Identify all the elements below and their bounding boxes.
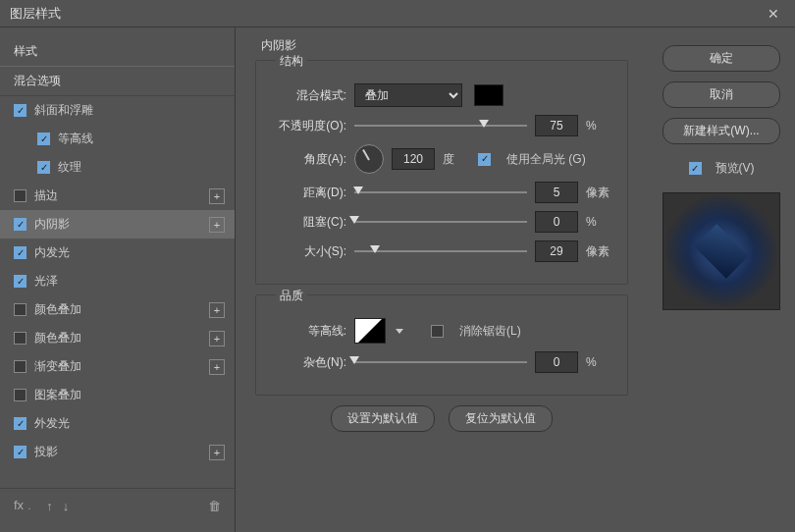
- preview-checkbox[interactable]: [689, 162, 702, 175]
- main: 样式 混合选项 斜面和浮雕等高线纹理描边+内阴影+内发光光泽颜色叠加+颜色叠加+…: [0, 27, 795, 532]
- effect-checkbox[interactable]: [14, 104, 26, 117]
- arrow-up-icon[interactable]: ↑: [46, 499, 53, 513]
- sidebar-item-4[interactable]: 内阴影+: [0, 210, 235, 239]
- distance-label: 距离(D):: [270, 185, 346, 201]
- sidebar-footer: fx﹒ ↑ ↓ 🗑: [0, 488, 235, 522]
- sidebar-item-0[interactable]: 斜面和浮雕: [0, 96, 235, 125]
- choke-slider[interactable]: [354, 215, 527, 229]
- row-choke: 阻塞(C): %: [270, 211, 613, 233]
- reset-default-button[interactable]: 复位为默认值: [449, 405, 553, 432]
- distance-slider[interactable]: [354, 186, 527, 199]
- contour-label: 等高线:: [270, 323, 346, 340]
- plus-icon[interactable]: +: [209, 331, 225, 346]
- choke-label: 阻塞(C):: [270, 214, 346, 231]
- sidebar-item-11[interactable]: 外发光: [0, 409, 235, 438]
- default-buttons: 设置为默认值 复位为默认值: [255, 405, 628, 432]
- sidebar-item-12[interactable]: 投影+: [0, 438, 235, 466]
- sidebar-item-6[interactable]: 光泽: [0, 267, 235, 295]
- row-size: 大小(S): 像素: [270, 240, 613, 262]
- row-blend-mode: 混合模式: 叠加: [270, 83, 613, 107]
- row-noise: 杂色(N): %: [270, 351, 613, 373]
- cancel-button[interactable]: 取消: [662, 81, 780, 108]
- effect-checkbox[interactable]: [14, 189, 26, 202]
- opacity-slider[interactable]: [354, 119, 527, 133]
- size-label: 大小(S):: [270, 243, 346, 260]
- arrow-down-icon[interactable]: ↓: [63, 499, 70, 513]
- angle-dial[interactable]: [354, 144, 384, 174]
- opacity-label: 不透明度(O):: [270, 118, 346, 134]
- size-slider[interactable]: [354, 244, 527, 258]
- fx-icon[interactable]: fx﹒: [14, 497, 36, 514]
- ok-button[interactable]: 确定: [662, 45, 780, 72]
- plus-icon[interactable]: +: [209, 445, 225, 460]
- sidebar-item-1[interactable]: 等高线: [0, 125, 235, 153]
- sidebar-item-3[interactable]: 描边+: [0, 182, 235, 210]
- sidebar-item-label: 斜面和浮雕: [34, 102, 93, 119]
- group-quality-label: 品质: [276, 288, 307, 304]
- effect-checkbox[interactable]: [14, 246, 26, 259]
- chevron-down-icon[interactable]: [396, 329, 403, 334]
- sidebar-list: 斜面和浮雕等高线纹理描边+内阴影+内发光光泽颜色叠加+颜色叠加+渐变叠加+图案叠…: [0, 96, 235, 488]
- sidebar: 样式 混合选项 斜面和浮雕等高线纹理描边+内阴影+内发光光泽颜色叠加+颜色叠加+…: [0, 27, 236, 532]
- close-icon[interactable]: ✕: [762, 2, 785, 26]
- plus-icon[interactable]: +: [209, 217, 225, 233]
- choke-input[interactable]: [535, 211, 578, 233]
- sidebar-item-label: 内发光: [34, 244, 70, 261]
- sidebar-item-5[interactable]: 内发光: [0, 239, 235, 267]
- global-light-checkbox[interactable]: [478, 153, 491, 166]
- effect-checkbox[interactable]: [14, 218, 26, 231]
- noise-label: 杂色(N):: [270, 354, 346, 371]
- effect-checkbox[interactable]: [14, 303, 26, 316]
- noise-slider[interactable]: [354, 355, 527, 369]
- sidebar-item-7[interactable]: 颜色叠加+: [0, 295, 235, 324]
- sidebar-header-styles[interactable]: 样式: [0, 37, 235, 66]
- sidebar-item-label: 纹理: [58, 159, 81, 176]
- effect-checkbox[interactable]: [14, 417, 26, 430]
- trash-icon[interactable]: 🗑: [208, 499, 221, 513]
- preview-toggle[interactable]: 预览(V): [689, 160, 755, 177]
- size-unit: 像素: [586, 243, 613, 260]
- preview-label: 预览(V): [716, 160, 755, 177]
- distance-input[interactable]: [535, 182, 578, 203]
- distance-unit: 像素: [586, 185, 613, 201]
- sidebar-item-2[interactable]: 纹理: [0, 153, 235, 182]
- plus-icon[interactable]: +: [209, 302, 225, 318]
- new-style-button[interactable]: 新建样式(W)...: [662, 118, 780, 144]
- effect-checkbox[interactable]: [14, 446, 26, 458]
- antialias-checkbox[interactable]: [431, 325, 444, 338]
- contour-picker[interactable]: [354, 318, 386, 344]
- sidebar-item-label: 描边: [34, 187, 58, 204]
- sidebar-item-label: 光泽: [34, 273, 58, 290]
- effect-checkbox[interactable]: [37, 161, 50, 174]
- blend-mode-select[interactable]: 叠加: [354, 83, 462, 107]
- effect-checkbox[interactable]: [14, 360, 26, 373]
- opacity-input[interactable]: [535, 115, 578, 136]
- group-structure: 结构 混合模式: 叠加 不透明度(O): % 角度(A):: [255, 60, 628, 285]
- row-angle: 角度(A): 度 使用全局光 (G): [270, 144, 613, 174]
- global-light-label: 使用全局光 (G): [506, 151, 586, 168]
- noise-unit: %: [586, 355, 613, 369]
- size-input[interactable]: [535, 240, 578, 262]
- effect-checkbox[interactable]: [14, 332, 26, 345]
- sidebar-item-10[interactable]: 图案叠加: [0, 381, 235, 409]
- sidebar-item-label: 渐变叠加: [34, 358, 81, 375]
- sidebar-item-label: 内阴影: [34, 216, 70, 233]
- make-default-button[interactable]: 设置为默认值: [331, 405, 435, 432]
- color-swatch[interactable]: [474, 84, 504, 106]
- opacity-unit: %: [586, 119, 613, 133]
- noise-input[interactable]: [535, 351, 578, 373]
- effect-checkbox[interactable]: [37, 133, 50, 145]
- angle-input[interactable]: [392, 148, 435, 170]
- window-title: 图层样式: [10, 5, 762, 23]
- sidebar-item-9[interactable]: 渐变叠加+: [0, 352, 235, 381]
- antialias-label: 消除锯齿(L): [459, 323, 521, 340]
- sidebar-item-label: 外发光: [34, 415, 70, 432]
- sidebar-item-8[interactable]: 颜色叠加+: [0, 324, 235, 352]
- effect-checkbox[interactable]: [14, 389, 26, 401]
- blend-mode-label: 混合模式:: [270, 87, 346, 104]
- plus-icon[interactable]: +: [209, 188, 225, 204]
- effect-checkbox[interactable]: [14, 275, 26, 288]
- plus-icon[interactable]: +: [209, 359, 225, 375]
- sidebar-blending-options[interactable]: 混合选项: [0, 66, 235, 96]
- titlebar: 图层样式 ✕: [0, 0, 795, 27]
